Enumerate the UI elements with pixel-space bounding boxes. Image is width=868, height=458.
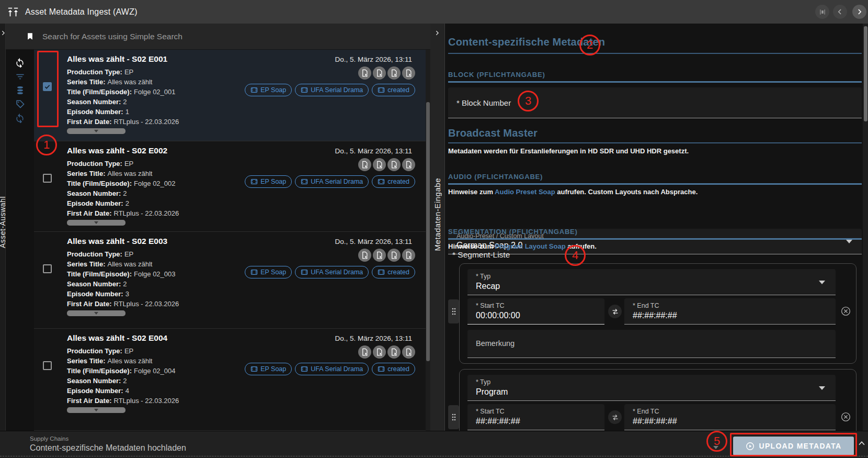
chip-label: UFA Serial Drama: [311, 178, 363, 185]
drag-handle[interactable]: [448, 299, 459, 323]
asset-chip[interactable]: UFA Serial Drama: [295, 84, 369, 96]
asset-file-play-button[interactable]: [373, 158, 386, 171]
asset-chip[interactable]: EP Soap: [245, 266, 292, 278]
asset-file-play-button[interactable]: [402, 345, 415, 359]
asset-panel-collapse-strip[interactable]: Asset-Auswahl: [0, 24, 6, 431]
asset-expander-button[interactable]: [67, 128, 125, 134]
asset-checkbox[interactable]: [43, 82, 52, 91]
navigate-back-button[interactable]: [833, 5, 847, 19]
asset-field-row: First Air Date:RTLplus - 22.03.2026: [67, 299, 179, 309]
asset-file-play-button[interactable]: [373, 345, 386, 359]
asset-chip[interactable]: EP Soap: [245, 84, 292, 96]
chip-label: EP Soap: [260, 178, 286, 185]
search-header[interactable]: Search for Assets using Simple Search: [6, 24, 430, 50]
field-value: RTLplus - 22.03.2026: [113, 118, 179, 126]
field-label: First Air Date:: [67, 209, 111, 217]
asset-chip[interactable]: created: [372, 266, 415, 278]
upload-metadata-button[interactable]: UPLOAD METADATA: [733, 437, 854, 455]
drag-handle[interactable]: [448, 405, 459, 429]
movie-icon: [250, 269, 258, 276]
asset-checkbox[interactable]: [43, 174, 52, 183]
asset-fields: Production Type:EPSeries Title:Alles was…: [67, 67, 179, 127]
asset-file-play-button[interactable]: [358, 158, 371, 171]
dock-panel-button[interactable]: [815, 5, 829, 19]
audio-preset-link[interactable]: Audio Preset Soap: [495, 188, 555, 196]
block-number-input[interactable]: * Block Number: [448, 87, 862, 118]
asset-chip[interactable]: created: [372, 84, 415, 96]
remove-segment-button[interactable]: [840, 411, 851, 422]
asset-chip[interactable]: UFA Serial Drama: [295, 175, 369, 188]
arrow-drop-down-icon[interactable]: [819, 386, 825, 390]
movie-icon: [378, 86, 385, 94]
asset-file-play-button[interactable]: [387, 66, 401, 80]
segment-start-tc-input[interactable]: * Start TC 00:00:00:00: [467, 298, 604, 325]
swap-tc-button[interactable]: [608, 410, 622, 424]
segment-end-tc-input[interactable]: * End TC ##:##:##:##: [624, 298, 836, 325]
tag-button[interactable]: [14, 98, 26, 109]
asset-chip[interactable]: created: [372, 363, 415, 375]
divider: [448, 183, 862, 185]
file-play-icon: [361, 69, 369, 77]
asset-file-play-button[interactable]: [387, 158, 401, 171]
asset-file-play-button[interactable]: [402, 158, 415, 171]
asset-file-play-button[interactable]: [387, 345, 401, 359]
asset-title: Alles was zählt - S02 E004: [67, 333, 179, 343]
asset-checkbox[interactable]: [43, 361, 52, 370]
asset-list-scrollbar[interactable]: [426, 50, 430, 431]
field-value: EP: [124, 347, 133, 355]
remove-segment-button[interactable]: [840, 306, 851, 317]
segment-end-tc-input[interactable]: * End TC ##:##:##:##: [624, 404, 836, 430]
file-play-icon: [361, 251, 369, 259]
arrow-drop-down-icon[interactable]: [846, 240, 852, 243]
asset-field-row: Series Title:Alles was zählt: [67, 259, 179, 269]
arrow-drop-down-icon[interactable]: [819, 281, 825, 284]
sync-button[interactable]: [14, 112, 26, 124]
file-play-icon: [390, 69, 398, 77]
asset-field-row: Season Number:2: [67, 376, 179, 386]
asset-action-buttons: [358, 158, 415, 171]
asset-expander-button[interactable]: [67, 407, 125, 413]
asset-file-play-button[interactable]: [373, 249, 386, 262]
asset-chip[interactable]: UFA Serial Drama: [295, 266, 369, 278]
asset-chip[interactable]: UFA Serial Drama: [295, 363, 369, 375]
asset-expander-button[interactable]: [67, 310, 125, 316]
segment-start-tc-input[interactable]: * Start TC ##:##:##:##: [467, 404, 604, 430]
filter-button[interactable]: [14, 71, 26, 82]
navigate-forward-button[interactable]: [852, 5, 866, 19]
asset-file-play-button[interactable]: [358, 345, 371, 359]
chevron-up-icon[interactable]: [858, 440, 865, 446]
field-value: Folge 02_001: [134, 88, 176, 96]
asset-field-row: Series Title:Alles was zählt: [67, 169, 179, 178]
asset-field-row: First Air Date:RTLplus - 22.03.2026: [67, 117, 179, 127]
asset-chip[interactable]: created: [372, 175, 415, 188]
movie-icon: [301, 269, 308, 276]
asset-field-row: Episode Number:1: [67, 107, 179, 117]
segment-typ-select[interactable]: * Typ Recap: [467, 269, 836, 295]
refresh-button[interactable]: [14, 57, 26, 68]
metadata-panel-collapse-strip[interactable]: Metadaten-Eingabe: [430, 24, 445, 431]
asset-file-play-button[interactable]: [358, 249, 371, 262]
asset-chip[interactable]: EP Soap: [245, 363, 292, 375]
asset-expander-button[interactable]: [67, 220, 125, 226]
asset-checkbox[interactable]: [43, 264, 52, 273]
audio-section-header: AUDIO (PFLICHTANGABE): [448, 173, 543, 181]
asset-file-play-button[interactable]: [387, 249, 401, 262]
swap-tc-button[interactable]: [608, 305, 622, 318]
batch-button[interactable]: [14, 84, 26, 96]
asset-chip[interactable]: EP Soap: [245, 175, 292, 188]
scrollbar-thumb[interactable]: [864, 26, 867, 121]
divider: [448, 142, 862, 143]
asset-file-play-button[interactable]: [402, 249, 415, 262]
scrollbar-thumb[interactable]: [426, 102, 430, 361]
asset-file-play-button[interactable]: [373, 66, 386, 80]
broadcast-note: Metadaten werden für Erstanlieferungen i…: [448, 147, 689, 155]
chevron-down-icon: [94, 312, 98, 315]
field-value: Alles was zählt: [107, 170, 152, 177]
segment-typ-select[interactable]: * Typ Program: [467, 375, 836, 401]
segment-note-input[interactable]: Bemerkung: [467, 330, 836, 358]
program-layout-link[interactable]: Program Layout Soap: [495, 242, 566, 250]
movie-icon: [378, 269, 385, 276]
asset-file-play-button[interactable]: [358, 66, 371, 80]
metadata-panel-scrollbar[interactable]: [863, 24, 868, 431]
asset-file-play-button[interactable]: [402, 66, 415, 80]
